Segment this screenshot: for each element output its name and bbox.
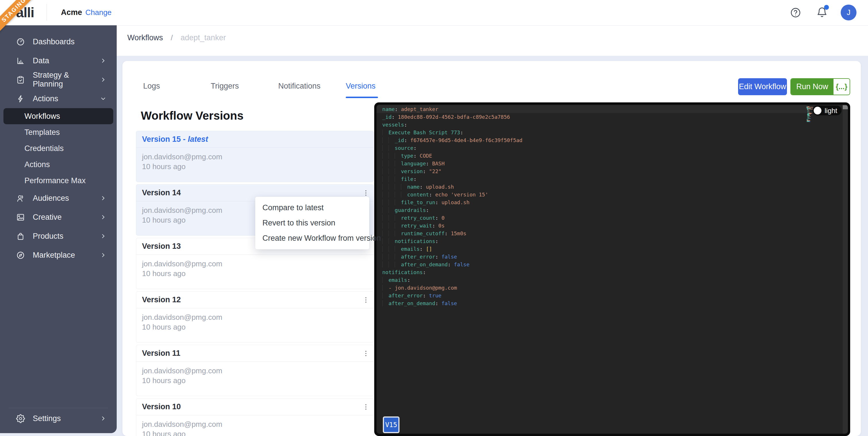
version-menu-button[interactable] bbox=[362, 349, 370, 357]
org-name: Acme bbox=[61, 8, 82, 17]
sidebar-nav: DashboardsDataStrategy & PlanningActions… bbox=[0, 25, 117, 265]
sidebar-item-label: Creative bbox=[33, 213, 62, 222]
tab-versions[interactable]: Versions bbox=[346, 78, 413, 99]
version-menu-button[interactable] bbox=[362, 403, 370, 411]
version-card-version-11[interactable]: Version 11jon.davidson@pmg.com10 hours a… bbox=[136, 345, 374, 396]
chevron-right-icon bbox=[99, 415, 107, 422]
bolt-icon bbox=[16, 94, 25, 103]
menu-item-revert-to-this-version[interactable]: Revert to this version bbox=[255, 215, 369, 231]
tab-notifications[interactable]: Notifications bbox=[278, 78, 346, 99]
sidebar-item-audiences[interactable]: Audiences bbox=[0, 189, 117, 208]
chevron-right-icon bbox=[99, 57, 107, 64]
compass-icon bbox=[16, 251, 25, 260]
version-title: Version 10 bbox=[136, 399, 373, 415]
content-card: LogsTriggersNotificationsVersions Edit W… bbox=[122, 61, 861, 436]
version-meta: jon.davidson@pmg.com10 hours ago bbox=[136, 308, 373, 336]
version-author-email: jon.davidson@pmg.com bbox=[142, 259, 368, 269]
editor-scrollbar-thumb[interactable] bbox=[843, 105, 848, 109]
sidebar-item-label: Actions bbox=[33, 94, 58, 103]
sidebar-item-label: Strategy & Planning bbox=[33, 71, 99, 89]
version-meta: jon.davidson@pmg.com10 hours ago bbox=[136, 148, 373, 175]
help-icon[interactable] bbox=[790, 7, 801, 19]
sidebar-item-marketplace[interactable]: Marketplace bbox=[0, 245, 117, 265]
breadcrumb-current: adept_tanker bbox=[181, 33, 226, 42]
version-card-version-12[interactable]: Version 12jon.davidson@pmg.com10 hours a… bbox=[136, 291, 374, 343]
top-header: alli Acme Change J bbox=[0, 0, 868, 25]
theme-toggle[interactable]: light bbox=[812, 106, 842, 115]
version-author-email: jon.davidson@pmg.com bbox=[142, 366, 368, 376]
sidebar-item-data[interactable]: Data bbox=[0, 51, 117, 70]
header-divider bbox=[46, 4, 47, 21]
menu-item-create-new-workflow-from-version[interactable]: Create new Workflow from version bbox=[255, 231, 369, 246]
version-meta: jon.davidson@pmg.com10 hours ago bbox=[136, 415, 373, 436]
chevron-right-icon bbox=[99, 195, 107, 202]
menu-item-compare-to-latest[interactable]: Compare to latest bbox=[255, 200, 369, 215]
sidebar-item-label: Dashboards bbox=[33, 37, 75, 46]
run-with-payload-button[interactable]: {...} bbox=[834, 79, 849, 95]
sidebar-subitem-workflows[interactable]: Workflows bbox=[3, 108, 113, 124]
chevron-right-icon bbox=[99, 251, 107, 259]
sidebar-item-actions[interactable]: Actions bbox=[0, 89, 117, 108]
version-timestamp: 10 hours ago bbox=[142, 269, 368, 279]
sidebar-divider bbox=[9, 408, 108, 408]
sidebar-item-settings[interactable]: Settings bbox=[0, 409, 117, 428]
sidebar-item-strategy-planning[interactable]: Strategy & Planning bbox=[0, 70, 117, 89]
theme-toggle-label: light bbox=[825, 107, 837, 114]
version-title: Version 15 -latest bbox=[136, 131, 373, 148]
sidebar-subitem-credentials[interactable]: Credentials bbox=[3, 140, 113, 156]
version-author-email: jon.davidson@pmg.com bbox=[142, 312, 368, 322]
sidebar-item-label: Products bbox=[33, 232, 64, 241]
yaml-code: name: adept_tanker_id: 180edc88-092d-456… bbox=[382, 105, 523, 307]
editor-scrollbar[interactable] bbox=[843, 105, 848, 434]
sidebar-subitem-actions[interactable]: Actions bbox=[3, 156, 113, 173]
yaml-editor[interactable]: name: adept_tanker_id: 180edc88-092d-456… bbox=[376, 105, 848, 434]
bell-icon[interactable] bbox=[816, 7, 828, 18]
user-avatar[interactable]: J bbox=[841, 5, 857, 21]
notification-dot bbox=[824, 5, 829, 10]
version-menu-button[interactable] bbox=[362, 296, 370, 304]
sidebar-subitem-performance-max[interactable]: Performance Max bbox=[3, 173, 113, 189]
sidebar-item-products[interactable]: Products bbox=[0, 227, 117, 245]
version-title: Version 12 bbox=[136, 292, 373, 308]
users-icon bbox=[16, 194, 25, 203]
breadcrumb: Workflows / adept_tanker bbox=[117, 25, 868, 56]
gear-icon bbox=[16, 414, 25, 423]
sidebar-item-label: Data bbox=[33, 56, 49, 65]
version-menu-button[interactable] bbox=[362, 189, 370, 197]
sidebar: DashboardsDataStrategy & PlanningActions… bbox=[0, 25, 117, 433]
breadcrumb-separator: / bbox=[171, 33, 173, 42]
version-meta: jon.davidson@pmg.com10 hours ago bbox=[136, 255, 373, 283]
breadcrumb-section[interactable]: Workflows bbox=[127, 33, 163, 42]
sidebar-subitem-templates[interactable]: Templates bbox=[3, 124, 113, 140]
change-org-link[interactable]: Change bbox=[85, 8, 112, 17]
bag-icon bbox=[16, 232, 25, 241]
version-list: Version 15 -latestjon.davidson@pmg.com10… bbox=[136, 131, 374, 436]
code-panel: name: adept_tanker_id: 180edc88-092d-456… bbox=[374, 103, 850, 436]
run-now-split-button: Run Now {...} bbox=[790, 78, 850, 95]
chart-icon bbox=[16, 56, 25, 65]
sidebar-item-dashboards[interactable]: Dashboards bbox=[0, 32, 117, 51]
sidebar-settings-slot: Settings bbox=[0, 409, 117, 428]
sidebar-item-creative[interactable]: Creative bbox=[0, 208, 117, 227]
clipboard-icon bbox=[16, 75, 25, 84]
version-badge[interactable]: V15 bbox=[383, 416, 400, 433]
gauge-icon bbox=[16, 37, 25, 46]
version-timestamp: 10 hours ago bbox=[142, 162, 368, 171]
chevron-right-icon bbox=[99, 76, 107, 83]
version-timestamp: 10 hours ago bbox=[142, 429, 368, 436]
chevron-right-icon bbox=[99, 213, 107, 221]
version-author-email: jon.davidson@pmg.com bbox=[142, 152, 368, 162]
version-card-version-15[interactable]: Version 15 -latestjon.davidson@pmg.com10… bbox=[136, 131, 374, 182]
version-card-version-10[interactable]: Version 10jon.davidson@pmg.com10 hours a… bbox=[136, 398, 374, 436]
edit-workflow-button[interactable]: Edit Workflow bbox=[738, 78, 787, 95]
run-now-button[interactable]: Run Now bbox=[791, 79, 834, 95]
sidebar-item-label: Settings bbox=[33, 414, 61, 423]
version-meta: jon.davidson@pmg.com10 hours ago bbox=[136, 362, 373, 389]
tab-logs[interactable]: Logs bbox=[143, 78, 211, 99]
image-icon bbox=[16, 213, 25, 222]
sidebar-item-label: Audiences bbox=[33, 194, 69, 203]
theme-toggle-knob bbox=[814, 107, 822, 114]
chevron-down-icon bbox=[99, 95, 107, 103]
tab-triggers[interactable]: Triggers bbox=[211, 78, 278, 99]
app-root: DashboardsDataStrategy & PlanningActions… bbox=[0, 0, 868, 436]
